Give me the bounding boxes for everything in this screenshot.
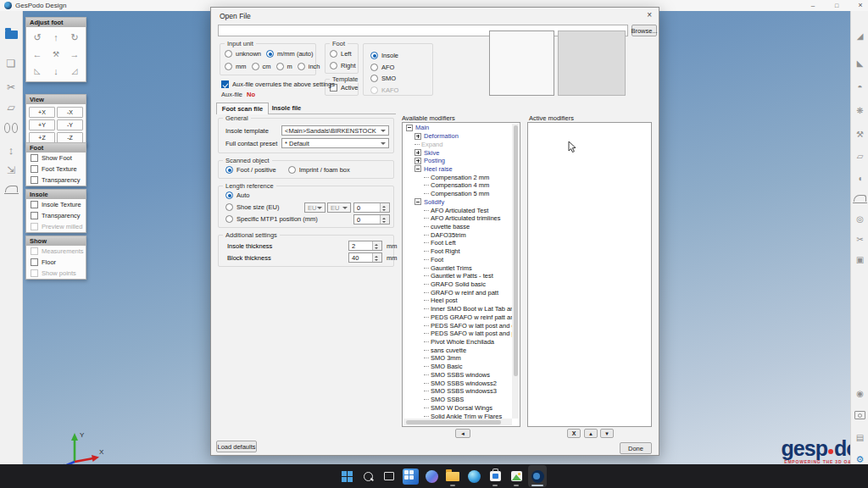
tab-foot-scan-file[interactable]: Foot scan file bbox=[216, 103, 269, 114]
tree-expander-icon[interactable] bbox=[406, 125, 413, 131]
rotate-ccw-icon[interactable] bbox=[28, 29, 47, 46]
available-modifiers-list[interactable]: MainDeformationExpandSkivePostingHeel ra… bbox=[402, 122, 520, 427]
task-view-button[interactable] bbox=[380, 465, 398, 487]
panel-checkbox[interactable]: Insole Texture bbox=[26, 199, 86, 210]
radio-option[interactable]: Left bbox=[330, 50, 356, 58]
crop-icon[interactable] bbox=[851, 148, 868, 164]
auto-radio[interactable]: Auto bbox=[225, 191, 249, 199]
file-explorer-button[interactable] bbox=[443, 465, 462, 487]
tree-item[interactable]: SMO W Dorsal Wings bbox=[403, 403, 512, 412]
move-down-icon[interactable] bbox=[47, 63, 65, 80]
cut-tool-icon[interactable] bbox=[0, 79, 22, 96]
shell-icon[interactable] bbox=[851, 170, 868, 186]
copilot-button[interactable] bbox=[422, 465, 441, 487]
radio-option[interactable]: Foot / positive bbox=[225, 166, 276, 174]
lock-box-icon[interactable] bbox=[851, 252, 868, 267]
radio-option[interactable]: unknown bbox=[225, 50, 261, 58]
view-button[interactable]: -X bbox=[57, 107, 83, 118]
tree-item[interactable]: Main bbox=[403, 124, 512, 132]
texture-sphere-icon[interactable] bbox=[851, 103, 868, 118]
panel-checkbox[interactable]: Transparency bbox=[26, 210, 86, 221]
view-header[interactable]: View bbox=[26, 95, 86, 104]
insoles-icon[interactable] bbox=[0, 119, 22, 136]
tree-item[interactable]: SMO SSBS bbox=[403, 396, 512, 404]
horizontal-scrollbar[interactable] bbox=[403, 419, 512, 425]
block-thickness-spinner[interactable]: 40 bbox=[348, 252, 382, 263]
mtp1-radio[interactable]: Specific MTP1 position (mm) bbox=[225, 215, 318, 223]
search-button[interactable] bbox=[359, 465, 377, 487]
tree-item[interactable]: cuvette basse bbox=[403, 223, 512, 231]
close-button[interactable] bbox=[851, 0, 868, 10]
scissors-icon[interactable] bbox=[851, 231, 868, 247]
tree-item[interactable]: Heel raise bbox=[403, 165, 512, 174]
tree-item[interactable]: Gauntlet Trims bbox=[403, 263, 512, 272]
scrollbar-thumb[interactable] bbox=[406, 420, 501, 424]
panel-checkbox[interactable]: Foot Texture bbox=[26, 164, 86, 175]
tab-insole-file[interactable]: Insole file bbox=[267, 103, 306, 114]
mtp1-spinner[interactable]: 0 bbox=[353, 214, 390, 225]
minimize-button[interactable] bbox=[804, 0, 822, 10]
tree-item[interactable]: GRAFO w reinf and patt bbox=[403, 288, 512, 297]
spinner-buttons[interactable] bbox=[372, 253, 381, 262]
tree-item[interactable]: AFO Articulated Test bbox=[403, 206, 512, 214]
load-defaults-button[interactable]: Load defaults bbox=[216, 441, 257, 452]
shoe-size-spinner[interactable]: 0 bbox=[353, 202, 390, 213]
spin-down-icon[interactable] bbox=[373, 246, 381, 250]
spin-down-icon[interactable] bbox=[373, 258, 381, 262]
tree-item[interactable]: AFO Articulated trimlines bbox=[403, 214, 512, 223]
gespodo-taskbar-button[interactable] bbox=[528, 465, 547, 487]
radio-option[interactable]: cm bbox=[252, 63, 271, 70]
tree-item[interactable]: Skive bbox=[403, 148, 512, 157]
open-file-icon[interactable] bbox=[0, 26, 22, 43]
show-header[interactable]: Show bbox=[26, 236, 86, 246]
view-button[interactable]: -Y bbox=[57, 119, 83, 130]
tree-item[interactable]: SMO 3mm bbox=[403, 354, 512, 363]
store-button[interactable] bbox=[486, 465, 504, 487]
spin-down-icon[interactable] bbox=[381, 219, 389, 224]
tree-item[interactable]: SMO SSBS windowss3 bbox=[403, 387, 512, 396]
tree-item[interactable]: Foot bbox=[403, 256, 512, 264]
insole-thickness-spinner[interactable]: 2 bbox=[348, 241, 382, 251]
move-right-icon[interactable] bbox=[65, 46, 84, 63]
radio-option[interactable]: Imprint / foam box bbox=[288, 166, 350, 174]
heel-wedge-icon[interactable] bbox=[851, 55, 868, 70]
move-left-icon[interactable] bbox=[28, 46, 47, 63]
maximize-button[interactable] bbox=[827, 0, 846, 10]
done-button[interactable]: Done bbox=[620, 442, 652, 454]
panel-checkbox[interactable]: Transparency bbox=[26, 175, 86, 186]
tools-icon[interactable] bbox=[851, 126, 868, 141]
layers-icon[interactable] bbox=[851, 385, 868, 401]
tree-item[interactable]: Heel post bbox=[403, 297, 512, 305]
tree-expander-icon[interactable] bbox=[415, 149, 421, 156]
tree-item[interactable]: PEDS SAFO w latt post and gyroid ca bbox=[403, 321, 512, 330]
height-tool-icon[interactable] bbox=[0, 141, 22, 158]
tree-item[interactable]: Gauntlet w Patts - test bbox=[403, 272, 512, 280]
tree-item[interactable]: Expand bbox=[403, 140, 512, 148]
tools-icon[interactable] bbox=[47, 46, 65, 63]
move-up-button[interactable]: ▲ bbox=[584, 429, 598, 438]
photos-button[interactable] bbox=[507, 465, 526, 487]
radio-option[interactable]: inch bbox=[298, 63, 320, 70]
tree-expander-icon[interactable] bbox=[415, 133, 421, 140]
move-down-button[interactable]: ▼ bbox=[600, 429, 614, 438]
tree-item[interactable]: PEDS GRAFO w reinf patt and lat bbox=[403, 313, 512, 322]
foot-header[interactable]: Foot bbox=[26, 143, 86, 152]
tree-item[interactable]: SMO SSBS windowss2 bbox=[403, 379, 512, 387]
active-modifiers-list[interactable] bbox=[527, 122, 652, 427]
adjust-foot-header[interactable]: Adjust foot bbox=[26, 18, 86, 27]
tree-item[interactable]: Solidify bbox=[403, 197, 512, 206]
document-icon[interactable] bbox=[851, 430, 868, 445]
radio-option[interactable]: m bbox=[276, 63, 292, 70]
radio-option[interactable]: Right bbox=[330, 62, 356, 69]
remove-button[interactable]: X bbox=[567, 429, 581, 438]
panel-checkbox[interactable]: Show Foot bbox=[26, 152, 86, 164]
panel-checkbox[interactable]: Show points bbox=[26, 268, 86, 279]
tree-expander-icon[interactable] bbox=[415, 165, 421, 172]
tree-item[interactable]: Posting bbox=[403, 157, 512, 165]
iron-tool-icon[interactable] bbox=[851, 191, 868, 206]
radio-option[interactable]: Insole bbox=[370, 52, 398, 59]
tree-item[interactable]: Foot Left bbox=[403, 239, 512, 247]
spinner-buttons[interactable] bbox=[380, 203, 389, 212]
dropdown[interactable]: * Default bbox=[281, 138, 389, 148]
panel-checkbox[interactable]: Measurements bbox=[26, 246, 86, 257]
